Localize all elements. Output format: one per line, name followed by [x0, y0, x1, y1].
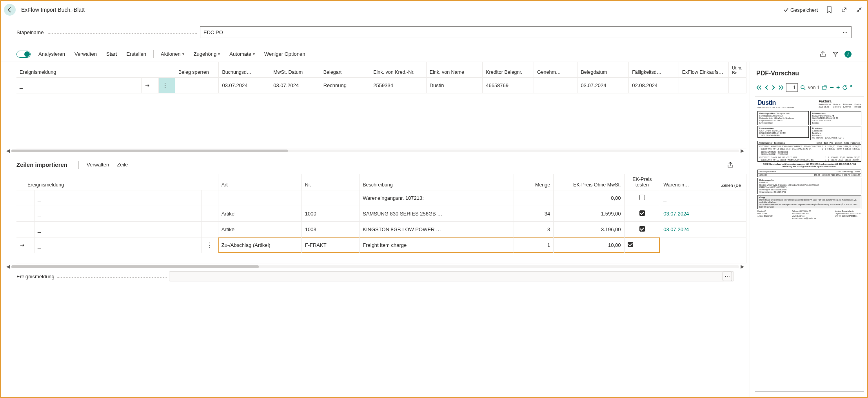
col-belegart[interactable]: Belegart: [320, 62, 370, 78]
lines-share-icon[interactable]: [727, 161, 734, 168]
fewer-options[interactable]: Weniger Optionen: [260, 48, 309, 60]
pdf-expand-icon[interactable]: [850, 85, 855, 90]
page-title: ExFlow Import Buch.-Blatt: [21, 7, 85, 13]
pdf-preview-title: PDF-Vorschau: [755, 68, 864, 82]
bookmark-icon[interactable]: [826, 6, 833, 13]
pdf-zoom-fit-icon[interactable]: [800, 85, 806, 90]
line-row[interactable]: _Artikel1003KINGSTON 8GB LOW POWER …33.1…: [16, 222, 746, 237]
create-action[interactable]: Erstellen: [123, 48, 151, 60]
lcol-zeilen[interactable]: Zeilen (Be: [718, 174, 746, 190]
lookup-ellipsis-icon[interactable]: ⋯: [843, 29, 848, 35]
lcol-besch[interactable]: Beschreibung: [360, 174, 514, 190]
test-checkbox[interactable]: [639, 210, 645, 216]
pdf-note: OBS! Dustin har bytt bankgironummer till…: [757, 163, 861, 168]
line-row[interactable]: _⋮Zu-/Abschlag (Artikel)F-FRAKTFreight i…: [16, 237, 746, 253]
pdf-page-input[interactable]: [786, 83, 798, 92]
chevron-down-icon: ▾: [218, 52, 220, 56]
header-grid[interactable]: Ereignismeldung Beleg sperren Buchungsd……: [16, 62, 746, 148]
pdf-last-page-icon[interactable]: [778, 85, 784, 90]
collapse-icon[interactable]: [855, 6, 863, 13]
lcol-waren[interactable]: Warenein…: [660, 174, 718, 190]
col-faellig[interactable]: Fälligkeitsd…: [629, 62, 679, 78]
col-exflow[interactable]: ExFlow Einkaufsc…: [679, 62, 729, 78]
line-row[interactable]: _Wareneingangsnr. 107213:0,00_: [16, 190, 746, 206]
pdf-logo: Dustin: [757, 99, 794, 106]
pdf-zoom-in-icon[interactable]: +: [836, 84, 840, 91]
header-row[interactable]: _ ⋮ 03.07.2024 03.07.2024 Rechnung 25593…: [16, 78, 746, 93]
col-genehm[interactable]: Genehm…: [534, 62, 578, 78]
col-ut[interactable]: Üt m. Be: [729, 62, 746, 78]
batch-name-input[interactable]: EDC PO ⋯: [200, 26, 852, 38]
back-button[interactable]: [4, 4, 16, 16]
goods-receipt-link[interactable]: 03.07.2024: [663, 211, 689, 217]
pdf-refresh-icon[interactable]: [842, 85, 848, 90]
related-menu[interactable]: Zugehörig▾: [190, 48, 224, 60]
pdf-prev-page-icon[interactable]: [764, 85, 769, 90]
lcol-art[interactable]: Art: [218, 174, 302, 190]
lines-grid[interactable]: Ereignismeldung Art Nr. Beschreibung Men…: [16, 174, 746, 263]
row-menu-button[interactable]: ⋮: [202, 237, 218, 253]
scroll-left-icon: ◀: [5, 264, 11, 269]
goods-receipt-link[interactable]: 03.07.2024: [663, 226, 689, 232]
pdf-zoom-out-icon[interactable]: −: [830, 84, 834, 92]
lcol-nr[interactable]: Nr.: [302, 174, 360, 190]
actions-menu[interactable]: Aktionen▾: [157, 48, 188, 60]
pdf-heading: Faktura: [819, 99, 861, 103]
row-menu-button[interactable]: ⋮: [159, 78, 175, 93]
manage-action[interactable]: Verwalten: [71, 48, 101, 60]
test-checkbox[interactable]: [639, 226, 645, 232]
col-kreditor[interactable]: Kreditor Belegnr.: [483, 62, 534, 78]
automate-menu[interactable]: Automate▾: [225, 48, 259, 60]
lcol-ereignis[interactable]: Ereignismeldung: [16, 174, 218, 190]
share-icon[interactable]: [819, 51, 826, 58]
scroll-right-icon: ▶: [739, 148, 746, 153]
lines-title: Zeilen importieren: [16, 161, 67, 168]
lines-line[interactable]: Zeile: [113, 159, 132, 171]
test-checkbox[interactable]: [628, 242, 633, 247]
col-belegdatum[interactable]: Belegdatum: [577, 62, 629, 78]
chevron-down-icon: ▾: [182, 52, 184, 56]
row-indicator-icon: [16, 237, 35, 253]
svg-rect-1: [823, 86, 826, 89]
chevron-down-icon: ▾: [253, 52, 255, 56]
test-checkbox[interactable]: [639, 195, 645, 200]
start-action[interactable]: Start: [102, 48, 121, 60]
field-menu-icon[interactable]: ⋯: [723, 272, 732, 281]
col-eink-nr[interactable]: Eink. von Kred.-Nr.: [370, 62, 426, 78]
svg-point-0: [801, 86, 804, 89]
analyze-toggle[interactable]: [16, 51, 31, 58]
lines-h-scrollbar[interactable]: ◀ ▶: [2, 264, 748, 269]
footer-event-field[interactable]: ⋯: [169, 271, 734, 281]
lcol-menge[interactable]: Menge: [514, 174, 554, 190]
col-mwst[interactable]: MwSt. Datum: [270, 62, 320, 78]
pdf-next-page-icon[interactable]: [771, 85, 776, 90]
pdf-document[interactable]: Dustin org nr 556237-8785 · Box 32144 · …: [755, 97, 864, 392]
saved-indicator: Gespeichert: [783, 7, 818, 13]
analyze-action[interactable]: Analysieren: [35, 48, 69, 60]
col-eink-name[interactable]: Eink. von Name: [427, 62, 483, 78]
lcol-preis[interactable]: EK-Preis Ohne MwSt.: [554, 174, 624, 190]
lcol-testen[interactable]: EK-Preis testen: [625, 174, 661, 190]
scroll-right-icon: ▶: [739, 264, 746, 269]
scroll-left-icon: ◀: [5, 148, 11, 153]
line-row[interactable]: _Artikel1000SAMSUNG 830 SERIES 256GB …34…: [16, 206, 746, 222]
pdf-first-page-icon[interactable]: [756, 85, 762, 90]
header-h-scrollbar[interactable]: ◀ ▶: [2, 148, 748, 153]
col-ereignis[interactable]: Ereignismeldung: [16, 62, 175, 78]
info-icon[interactable]: i: [844, 51, 852, 58]
pdf-new-window-icon[interactable]: [822, 85, 827, 90]
popout-icon[interactable]: [841, 6, 848, 13]
pdf-page-count: von 1: [808, 85, 819, 90]
row-indicator-icon: [142, 78, 159, 93]
filter-icon[interactable]: [832, 51, 839, 58]
batch-name-label: Stapelname: [16, 29, 45, 35]
col-beleg-sperren[interactable]: Beleg sperren: [175, 62, 219, 78]
footer-event-label: Ereignismeldung: [16, 274, 54, 279]
lines-manage[interactable]: Verwalten: [83, 159, 113, 171]
col-buchungsd[interactable]: Buchungsd…: [219, 62, 270, 78]
